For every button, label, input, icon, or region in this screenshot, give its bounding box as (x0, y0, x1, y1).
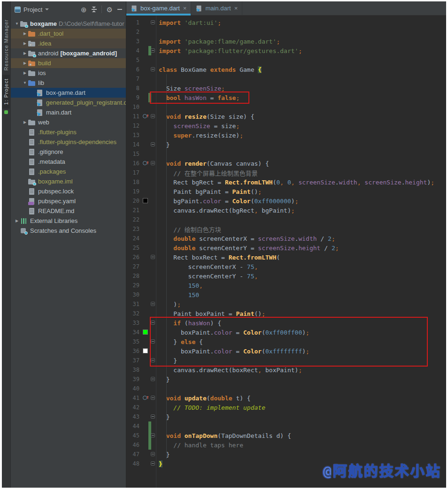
tree-item--dart-tool[interactable]: ▶.dart_tool (11, 29, 126, 38)
override-icon[interactable] (143, 114, 147, 118)
tree-item-readme-md[interactable]: README.md (11, 206, 126, 216)
code-text: Rect boxRect = Rect.fromLTWH( (156, 254, 280, 261)
override-icon[interactable] (143, 161, 147, 165)
tree-item-label: .idea (38, 40, 51, 47)
tree-item--flutter-plugins-dependencies[interactable]: .flutter-plugins-dependencies (11, 137, 126, 147)
line-number: 5 (126, 57, 142, 63)
collapsed-arrow-icon[interactable]: ▶ (22, 71, 28, 75)
fold-marker-icon[interactable] (151, 142, 155, 146)
tree-item--metadata[interactable]: .metadata (11, 157, 126, 167)
tree-item-generated-plugin-registrant-dart[interactable]: generated_plugin_registrant.dart (11, 98, 126, 107)
color-swatch-icon[interactable] (143, 348, 148, 353)
indent-guide (166, 74, 167, 459)
code-editor[interactable]: 1import 'dart:ui';23import 'package:flam… (126, 15, 446, 488)
tree-item-external-libraries[interactable]: ▶External Libraries (11, 216, 126, 226)
chevron-down-icon[interactable] (45, 8, 49, 10)
tree-item-label: ios (38, 69, 46, 77)
tree-item-scratches-and-consoles[interactable]: Scratches and Consoles (11, 226, 126, 236)
tree-item-build[interactable]: ▶✳build (11, 58, 126, 68)
tree-item-pubspec-lock[interactable]: pubspec.lock (11, 186, 126, 196)
fold-marker-icon[interactable] (151, 339, 155, 344)
collapsed-arrow-icon[interactable]: ▶ (22, 31, 28, 36)
tree-item-label: generated_plugin_registrant.dart (46, 99, 126, 106)
tree-item-boxgame-iml[interactable]: boxgame.iml (11, 176, 126, 186)
gear-icon[interactable]: ⚙ (107, 6, 113, 13)
fold-marker-icon[interactable] (151, 114, 155, 118)
tree-item--idea[interactable]: ▶✳.idea (11, 38, 126, 48)
collapse-all-icon[interactable] (92, 7, 97, 12)
tree-item-ios[interactable]: ▶ios (11, 68, 126, 78)
override-icon[interactable] (143, 396, 147, 400)
line-number: 12 (126, 122, 142, 129)
folder-module-icon (28, 50, 36, 57)
fold-marker-icon[interactable] (151, 377, 155, 381)
color-swatch-icon[interactable] (143, 329, 148, 335)
tree-item-label: boxgame.iml (38, 178, 73, 185)
code-text: boxPaint.color = Color(0xff00ff00); (156, 329, 309, 336)
line-number: 22 (126, 216, 142, 223)
code-text: // 绘制白色方块 (156, 225, 221, 234)
tree-item-label: pubspec.yaml (38, 198, 76, 205)
fold-marker-icon[interactable] (151, 321, 155, 325)
line-number: 6 (126, 66, 142, 73)
tab-box-game-dart[interactable]: box-game.dart× (126, 1, 191, 15)
line-number: 44 (126, 423, 142, 429)
collapsed-arrow-icon[interactable]: ▶ (22, 41, 28, 46)
tree-item-box-game-dart[interactable]: box-game.dart (11, 88, 126, 98)
expanded-arrow-icon[interactable]: ▼ (22, 81, 28, 85)
line-number: 1 (126, 19, 142, 26)
fold-marker-icon[interactable] (151, 255, 155, 259)
fold-marker-icon[interactable] (151, 452, 155, 456)
collapsed-arrow-icon[interactable]: ▶ (22, 61, 28, 65)
code-text: boxPaint.color = Color(0xffffffff); (156, 348, 309, 355)
locate-icon[interactable]: ⊕ (81, 6, 87, 13)
line-number: 42 (126, 404, 142, 411)
tree-item--flutter-plugins[interactable]: .flutter-plugins (11, 127, 126, 137)
tree-item-boxgame[interactable]: ▼boxgameD:\Code\Self\flame-tutor (11, 19, 126, 29)
tree-item-android[interactable]: ▶android[boxgame_android] (11, 48, 126, 58)
line-number: 46 (126, 442, 142, 448)
scratches-icon (20, 228, 28, 234)
fold-marker-icon[interactable] (151, 461, 155, 466)
code-line-9: 9 bool hasWon = false; (126, 93, 446, 102)
tab-main-dart[interactable]: main.dart× (191, 1, 242, 15)
fold-marker-icon[interactable] (151, 358, 155, 362)
code-line-43: 43 } (126, 412, 446, 421)
tree-item-main-dart[interactable]: main.dart (11, 107, 126, 117)
close-icon[interactable]: × (234, 5, 238, 11)
line-number: 39 (126, 376, 142, 383)
project-toolwindow-icon (15, 7, 21, 13)
fold-marker-icon[interactable] (151, 161, 155, 165)
tree-item-lib[interactable]: ▼lib (11, 78, 126, 88)
code-line-5: 5 (126, 55, 446, 65)
close-icon[interactable]: × (183, 5, 187, 11)
expanded-arrow-icon[interactable]: ▼ (14, 22, 20, 26)
collapsed-arrow-icon[interactable]: ▶ (22, 120, 28, 124)
stripe-button-1-project[interactable]: 1: Project (2, 75, 10, 108)
code-text: ); (156, 301, 181, 308)
line-number: 23 (126, 226, 142, 232)
collapsed-arrow-icon[interactable]: ▶ (14, 219, 20, 223)
fold-marker-icon[interactable] (151, 396, 155, 400)
fold-marker-icon[interactable] (151, 302, 155, 306)
stripe-button-resource-manager[interactable]: Resource Manager (2, 15, 10, 75)
tree-item--gitignore[interactable]: .gitignore (11, 147, 126, 157)
code-text: canvas.drawRect(boxRect, boxPaint); (156, 367, 302, 374)
tree-item--packages[interactable]: .packages (11, 167, 126, 176)
fold-marker-icon[interactable] (151, 433, 155, 437)
fold-marker-icon[interactable] (151, 48, 155, 53)
hide-panel-icon[interactable] (117, 9, 122, 10)
code-line-30: 30 150 (126, 290, 446, 299)
code-text: import 'package:flame/game.dart'; (156, 38, 280, 45)
color-swatch-icon[interactable] (143, 198, 148, 203)
fold-marker-icon[interactable] (151, 20, 155, 24)
file-icon (28, 168, 36, 175)
collapsed-arrow-icon[interactable]: ▶ (22, 51, 28, 55)
code-line-23: 23 // 绘制白色方块 (126, 224, 446, 234)
fold-marker-icon[interactable] (151, 67, 155, 71)
project-panel-title[interactable]: Project (23, 6, 42, 13)
tree-item-pubspec-yaml[interactable]: pubspec.yaml (11, 196, 126, 206)
fold-marker-icon[interactable] (151, 414, 155, 419)
tree-item-web[interactable]: ▶web (11, 117, 126, 127)
dart-file-icon (196, 5, 202, 11)
